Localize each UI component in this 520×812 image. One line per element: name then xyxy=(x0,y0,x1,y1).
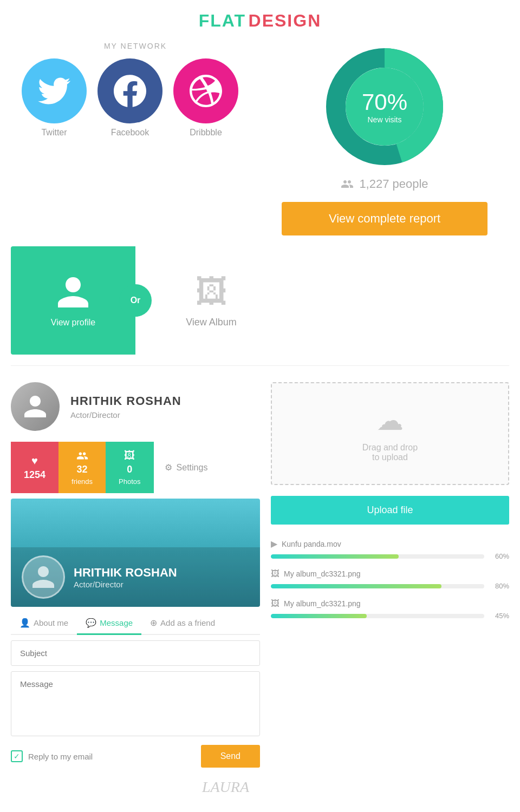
image-file-icon-2: 🖼 xyxy=(271,599,280,608)
stat-likes[interactable]: ♥ 1254 xyxy=(11,442,58,493)
app-header: FLAT DESIGN xyxy=(0,0,520,36)
upload-text: Drag and drop to upload xyxy=(362,443,418,462)
subject-group xyxy=(11,640,260,666)
reply-checkbox[interactable]: ✓ xyxy=(11,750,23,762)
checkmark-icon: ✓ xyxy=(14,752,20,761)
banner-avatar-icon xyxy=(30,564,57,591)
video-file-icon: ▶ xyxy=(271,539,277,549)
facebook-item[interactable]: Facebook xyxy=(98,58,162,137)
twitter-icon xyxy=(38,75,70,107)
friends-label: friends xyxy=(72,477,93,486)
profile-tabs: 👤 About me 💬 Message ⊕ Add as a friend xyxy=(11,612,260,635)
people-icon xyxy=(341,178,354,191)
dribbble-label: Dribbble xyxy=(190,128,222,137)
file-item-0: ▶ Kunfu panda.mov 60% xyxy=(271,539,509,560)
title-design: DESIGN xyxy=(249,11,322,30)
profile-info: HRITHIK ROSHAN Actor/Director xyxy=(70,394,181,420)
tab-add-friend[interactable]: ⊕ Add as a friend xyxy=(141,612,224,635)
subject-input[interactable] xyxy=(11,640,260,666)
twitter-circle[interactable] xyxy=(22,58,87,123)
album-icon: 🖼 xyxy=(195,273,227,310)
progress-bar-bg-0 xyxy=(271,554,484,559)
reply-label: Reply to my email xyxy=(28,752,93,761)
top-section: MY NETWORK Twitter Facebook xyxy=(0,42,520,235)
reply-checkbox-row: ✓ Reply to my email xyxy=(11,750,93,762)
photos-label: Photos xyxy=(119,477,140,486)
profile-person-icon xyxy=(54,273,92,311)
banner-avatar xyxy=(22,555,65,599)
stats-bar: ♥ 1254 32 friends 🖼 0 Photos ⚙ Settings xyxy=(11,442,260,493)
message-icon: 💬 xyxy=(86,618,96,628)
photos-count: 0 xyxy=(127,464,132,475)
progress-bar-fill-2 xyxy=(271,614,367,618)
settings-gear-icon: ⚙ xyxy=(165,462,172,473)
send-button[interactable]: Send xyxy=(201,745,260,768)
or-divider: Or xyxy=(119,284,152,317)
network-icons: Twitter Facebook Dribbble xyxy=(11,58,260,137)
tab-message-label: Message xyxy=(100,618,133,627)
avatar-icon xyxy=(22,393,49,420)
file-name-0: Kunfu panda.mov xyxy=(282,540,341,548)
file-item-1: 🖼 My album_dc3321.png 80% xyxy=(271,569,509,590)
banner-role: Actor/Director xyxy=(74,580,177,589)
image-file-icon-1: 🖼 xyxy=(271,569,280,579)
progress-bar-fill-1 xyxy=(271,584,441,588)
twitter-item[interactable]: Twitter xyxy=(22,58,87,137)
progress-pct-1: 80% xyxy=(490,582,509,590)
upload-area[interactable]: ☁ Drag and drop to upload xyxy=(271,382,509,485)
message-group xyxy=(11,671,260,738)
banner-name: HRITHIK ROSHAN xyxy=(74,566,177,580)
donut-chart: 70% New visits xyxy=(325,47,444,166)
twitter-label: Twitter xyxy=(41,128,67,137)
facebook-icon xyxy=(114,75,146,107)
view-album-label: View Album xyxy=(186,317,237,328)
profile-role: Actor/Director xyxy=(70,410,181,420)
progress-bar-bg-1 xyxy=(271,584,484,588)
dribbble-circle[interactable] xyxy=(173,58,238,123)
upload-file-button[interactable]: Upload file xyxy=(271,496,509,525)
friends-count: 32 xyxy=(77,464,88,475)
avatar xyxy=(11,382,60,431)
banner-info: HRITHIK ROSHAN Actor/Director xyxy=(74,566,177,589)
facebook-label: Facebook xyxy=(111,128,149,137)
view-profile-button[interactable]: View profile xyxy=(11,246,135,355)
about-icon: 👤 xyxy=(20,618,30,628)
stat-friends[interactable]: 32 friends xyxy=(58,442,106,493)
view-album-button[interactable]: 🖼 View Album xyxy=(157,246,265,355)
left-column: HRITHIK ROSHAN Actor/Director ♥ 1254 32 … xyxy=(11,377,260,807)
people-count: 1,227 people xyxy=(341,177,428,191)
dribbble-item[interactable]: Dribbble xyxy=(173,58,238,137)
banner-card: HRITHIK ROSHAN Actor/Director xyxy=(11,499,260,607)
people-count-text: 1,227 people xyxy=(359,177,428,191)
profile-name: HRITHIK ROSHAN xyxy=(70,394,181,408)
settings-button[interactable]: ⚙ Settings xyxy=(154,442,219,493)
profile-card: HRITHIK ROSHAN Actor/Director xyxy=(11,377,260,436)
tab-about[interactable]: 👤 About me xyxy=(11,612,77,635)
donut-section: 70% New visits 1,227 people View complet… xyxy=(260,42,509,235)
my-network: MY NETWORK Twitter Facebook xyxy=(11,42,260,235)
section-divider xyxy=(11,365,509,366)
cloud-upload-icon: ☁ xyxy=(376,405,404,436)
profile-album-section: View profile Or 🖼 View Album xyxy=(0,246,520,355)
progress-pct-2: 45% xyxy=(490,612,509,620)
donut-percent: 70% xyxy=(362,89,407,115)
progress-bar-fill-0 xyxy=(271,554,399,559)
banner-overlay: HRITHIK ROSHAN Actor/Director xyxy=(11,547,260,607)
file-name-1: My album_dc3321.png xyxy=(284,569,361,578)
message-input[interactable] xyxy=(11,671,260,736)
network-label: MY NETWORK xyxy=(11,42,260,50)
photos-icon: 🖼 xyxy=(124,449,135,462)
dribbble-icon xyxy=(190,75,222,107)
tab-message[interactable]: 💬 Message xyxy=(77,612,141,635)
friends-icon xyxy=(76,450,88,462)
stat-photos[interactable]: 🖼 0 Photos xyxy=(106,442,153,493)
main-content: HRITHIK ROSHAN Actor/Director ♥ 1254 32 … xyxy=(0,377,520,807)
title-flat: FLAT xyxy=(199,11,246,30)
view-complete-report-button[interactable]: View complete report xyxy=(282,202,487,235)
likes-count: 1254 xyxy=(24,469,46,481)
right-column: ☁ Drag and drop to upload Upload file ▶ … xyxy=(271,377,509,807)
form-footer: ✓ Reply to my email Send xyxy=(11,745,260,768)
facebook-circle[interactable] xyxy=(98,58,162,123)
file-name-2: My album_dc3321.png xyxy=(284,599,361,608)
signature: LAURA xyxy=(11,768,260,807)
